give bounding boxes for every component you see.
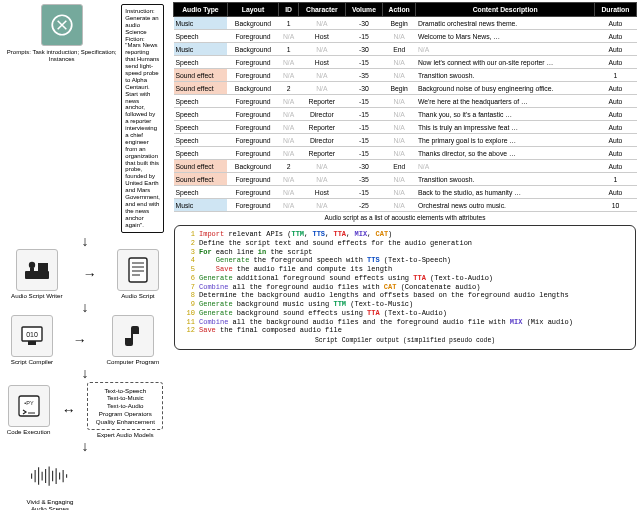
table-row: Sound effectBackground2N/A-30EndN/AAuto	[174, 160, 637, 173]
cell: Thanks director, so the above …	[416, 147, 594, 160]
cell: N/A	[382, 69, 415, 82]
cell: Transition swoosh.	[416, 173, 594, 186]
cell: Speech	[174, 30, 228, 43]
table-row: Sound effectBackground2N/A-30BeginBackgr…	[174, 82, 637, 95]
cell: N/A	[279, 56, 299, 69]
col-header: Action	[382, 3, 415, 17]
cell: -15	[345, 147, 382, 160]
cell: Speech	[174, 134, 228, 147]
instruction-box: Instruction: Generate an audio Science F…	[121, 4, 164, 233]
code-line: 11Combine all the background audio files…	[181, 318, 629, 327]
code-line: 9Generate background music using TTM (Te…	[181, 300, 629, 309]
compiler-icon: 010	[11, 315, 53, 357]
table-row: SpeechForegroundN/AReporter-15N/AThanks …	[174, 147, 637, 160]
cell: -35	[345, 173, 382, 186]
cell: Music	[174, 43, 228, 56]
col-header: Content Description	[416, 3, 594, 17]
prompts-caption: Prompts: Task introduction; Specificatio…	[6, 49, 117, 62]
cell: N/A	[279, 186, 299, 199]
expert-models-box: Text-to-Speech Text-to-Music Text-to-Aud…	[87, 382, 163, 431]
cell: N/A	[382, 95, 415, 108]
cell: Begin	[382, 17, 415, 30]
cell: End	[382, 43, 415, 56]
cell: -30	[345, 82, 382, 95]
cell: -15	[345, 56, 382, 69]
svg-rect-11	[28, 341, 36, 345]
cell: Foreground	[227, 134, 279, 147]
cell: Transition swoosh.	[416, 69, 594, 82]
cell: Foreground	[227, 186, 279, 199]
models-list: Text-to-Speech Text-to-Music Text-to-Aud…	[92, 387, 158, 426]
svg-rect-1	[25, 271, 49, 279]
cell: Orchestral news outro music.	[416, 199, 594, 212]
cell: -30	[345, 160, 382, 173]
cell: Auto	[594, 134, 636, 147]
cell: N/A	[382, 147, 415, 160]
writer-label: Audio Script Writer	[11, 292, 62, 299]
cell: Background	[227, 43, 279, 56]
svg-rect-3	[30, 268, 34, 272]
cell: 2	[279, 82, 299, 95]
code-caption: Script Compiler output (simplified pseud…	[181, 335, 629, 345]
pipeline-column: Prompts: Task introduction; Specificatio…	[0, 0, 170, 510]
code-line: 3For each line in the script	[181, 248, 629, 257]
cell: 1	[594, 173, 636, 186]
arrow-down-icon: ↓	[6, 237, 164, 245]
cell: -15	[345, 30, 382, 43]
cell: This is truly an impressive feat …	[416, 121, 594, 134]
cell: -15	[345, 121, 382, 134]
cell: N/A	[382, 108, 415, 121]
cell: Host	[298, 56, 345, 69]
table-row: MusicBackground1N/A-30EndN/AAuto	[174, 43, 637, 56]
cell: Background	[227, 82, 279, 95]
cell: Sound effect	[174, 69, 228, 82]
col-header: Character	[298, 3, 345, 17]
col-header: Layout	[227, 3, 279, 17]
cell: 2	[279, 160, 299, 173]
table-row: SpeechForegroundN/AHost-15N/ANow let's c…	[174, 56, 637, 69]
cell: Auto	[594, 147, 636, 160]
cell: -30	[345, 17, 382, 30]
cell: N/A	[382, 30, 415, 43]
cell: Speech	[174, 186, 228, 199]
final-label: Vivid & Engaging Audio Scenes	[18, 498, 82, 510]
cell: N/A	[279, 199, 299, 212]
cell: 10	[594, 199, 636, 212]
col-header: Volume	[345, 3, 382, 17]
cell: N/A	[298, 82, 345, 95]
cell: Auto	[594, 121, 636, 134]
cell: Auto	[594, 43, 636, 56]
cell: -15	[345, 108, 382, 121]
cell: Auto	[594, 82, 636, 95]
cell: -30	[345, 43, 382, 56]
col-header: Audio Type	[174, 3, 228, 17]
cell: N/A	[382, 199, 415, 212]
cell: Background noise of busy engineering off…	[416, 82, 594, 95]
cell: N/A	[279, 173, 299, 186]
table-row: Sound effectForegroundN/AN/A-35N/ATransi…	[174, 69, 637, 82]
cell: N/A	[279, 95, 299, 108]
cell: 1	[279, 17, 299, 30]
cell: Director	[298, 108, 345, 121]
arrow-down-icon: ↓	[6, 442, 164, 450]
code-line: 7Combine all the foreground audio files …	[181, 283, 629, 292]
cell: N/A	[279, 30, 299, 43]
cell: N/A	[279, 134, 299, 147]
svg-rect-4	[38, 263, 48, 271]
cell: Foreground	[227, 95, 279, 108]
cell: Background	[227, 160, 279, 173]
table-row: Sound effectForegroundN/AN/A-35N/ATransi…	[174, 173, 637, 186]
cell: Foreground	[227, 147, 279, 160]
script-icon	[117, 249, 159, 291]
models-label: Expert Audio Models	[97, 431, 154, 438]
table-row: MusicForegroundN/AN/A-25N/AOrchestral ne…	[174, 199, 637, 212]
cell: Reporter	[298, 147, 345, 160]
cell: Auto	[594, 30, 636, 43]
code-line: 4 Generate the foreground speech with TT…	[181, 256, 629, 265]
cell: N/A	[382, 134, 415, 147]
table-row: SpeechForegroundN/AHost-15N/AWelcome to …	[174, 30, 637, 43]
cell: Thank you, so it's a fantastic …	[416, 108, 594, 121]
cell: Sound effect	[174, 173, 228, 186]
svg-point-2	[29, 262, 35, 268]
cell: Foreground	[227, 173, 279, 186]
